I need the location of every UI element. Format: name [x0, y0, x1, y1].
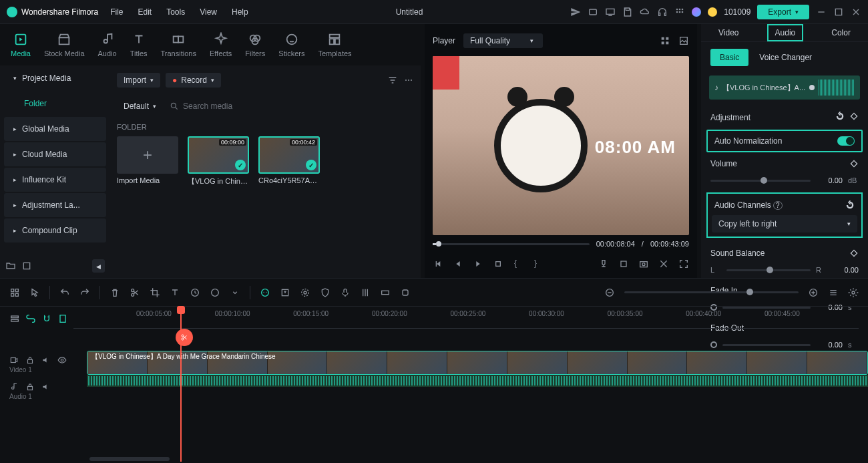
ai-icon[interactable] [260, 287, 270, 298]
volume-slider[interactable] [710, 180, 811, 182]
menu-tools[interactable]: Tools [166, 7, 185, 17]
subtab-basic[interactable]: Basic [710, 49, 748, 66]
sidebar-folder[interactable]: Folder [4, 92, 106, 116]
shield-icon[interactable] [320, 287, 331, 298]
cloud-icon[interactable] [640, 7, 650, 17]
time-ruler[interactable]: 00:00:05:00 00:00:10:00 00:00:15:00 00:0… [73, 309, 859, 329]
quality-dropdown[interactable]: Full Quality▾ [463, 33, 543, 48]
screen-icon[interactable] [605, 7, 616, 17]
filter-icon[interactable] [387, 75, 398, 86]
video-track-header[interactable]: Video 1 [0, 351, 87, 377]
speed-icon[interactable] [190, 287, 200, 298]
progress-bar[interactable] [433, 243, 590, 245]
reset-icon[interactable] [835, 112, 845, 121]
magnet-icon[interactable] [41, 313, 52, 324]
menu-edit[interactable]: Edit [138, 7, 152, 17]
audio-channels-select[interactable]: Copy left to right▾ [712, 215, 857, 233]
redo-icon[interactable] [79, 287, 90, 298]
track-lanes[interactable]: 【VLOG in Chinese】A Day with Me Grace Man… [87, 331, 868, 455]
settings-icon[interactable] [848, 287, 859, 298]
text-icon[interactable] [170, 287, 180, 298]
sidebar-global-media[interactable]: ▸Global Media [4, 117, 106, 141]
inspector-tab-audio[interactable]: Audio [767, 24, 804, 41]
tab-media[interactable]: Media [9, 29, 32, 60]
grid-icon[interactable] [660, 35, 670, 46]
audio-waveform-clip[interactable] [87, 375, 868, 387]
auto-ripple-icon[interactable] [57, 313, 68, 324]
image-icon[interactable] [678, 35, 689, 46]
track-add-icon[interactable] [9, 313, 20, 324]
inspector-tab-video[interactable]: Video [712, 25, 745, 40]
mixer-icon[interactable] [360, 287, 371, 298]
snapshot-icon[interactable] [638, 259, 649, 269]
media-clip-2[interactable]: 00:00:42✓ CRo4ciY5R57AP... [258, 136, 320, 186]
menu-file[interactable]: File [110, 7, 123, 17]
mute-icon[interactable] [41, 382, 51, 392]
subtab-voice-changer[interactable]: Voice Changer [759, 53, 812, 62]
list-view-icon[interactable] [828, 287, 839, 298]
timeline-scrollbar[interactable] [89, 457, 170, 461]
color-icon[interactable] [210, 287, 220, 298]
sidebar-influence-kit[interactable]: ▸Influence Kit [4, 168, 106, 192]
capture-icon[interactable] [588, 7, 598, 17]
apps-icon[interactable] [674, 7, 685, 17]
split-icon[interactable] [130, 287, 140, 298]
tab-transitions[interactable]: Transitions [160, 29, 198, 60]
import-media-tile[interactable]: + Import Media [117, 136, 178, 186]
tab-stickers[interactable]: Stickers [277, 29, 306, 60]
reset-icon[interactable] [845, 200, 855, 210]
audio-track-header[interactable]: Audio 1 [0, 377, 87, 404]
play-reverse-icon[interactable] [453, 259, 463, 269]
crop-icon[interactable] [150, 287, 160, 298]
export-button[interactable]: Export ▾ [757, 5, 809, 19]
stop-icon[interactable] [493, 259, 503, 269]
minimize-icon[interactable] [816, 7, 827, 17]
keyframe-icon[interactable] [849, 159, 859, 168]
tab-audio[interactable]: Audio [97, 29, 118, 60]
media-clip-1[interactable]: 00:09:00✓ 【VLOG in Chine... [188, 136, 249, 186]
credits-icon[interactable] [708, 7, 717, 17]
inspector-tab-color[interactable]: Color [825, 25, 857, 40]
tab-stock-media[interactable]: Stock Media [43, 29, 86, 60]
marker-tool-icon[interactable] [400, 287, 411, 298]
audio-clip-chip[interactable]: ♪ 【VLOG in Chinese】A... [709, 75, 860, 100]
delete-icon[interactable] [110, 287, 120, 298]
balance-slider[interactable] [726, 269, 811, 271]
search-input[interactable]: Search media [170, 102, 414, 111]
zoom-slider[interactable] [624, 291, 799, 293]
headphones-icon[interactable] [657, 7, 668, 17]
prev-frame-icon[interactable] [433, 259, 443, 269]
more-icon[interactable] [403, 75, 414, 86]
import-dropdown[interactable]: Import▾ [117, 73, 160, 88]
lock-icon[interactable] [25, 355, 35, 365]
zoom-in-icon[interactable] [808, 287, 819, 298]
undo-icon[interactable] [59, 287, 70, 298]
collapse-sidebar-button[interactable]: ◀ [92, 259, 105, 273]
menu-view[interactable]: View [200, 7, 217, 17]
record-dropdown[interactable]: ●Record▾ [166, 73, 221, 88]
enhance-icon[interactable] [280, 287, 290, 298]
marker-icon[interactable] [618, 259, 629, 269]
tab-filters[interactable]: Filters [244, 29, 266, 60]
pointer-icon[interactable] [29, 287, 40, 298]
generate-icon[interactable] [300, 287, 310, 298]
visibility-icon[interactable] [57, 355, 67, 365]
save-icon[interactable] [622, 7, 633, 17]
play-icon[interactable] [473, 259, 483, 269]
help-icon[interactable]: ? [773, 201, 783, 210]
sidebar-compound-clip[interactable]: ▸Compound Clip [4, 218, 106, 243]
keyframe-icon[interactable] [849, 112, 859, 121]
sidebar-adjustment-layer[interactable]: ▸Adjustment La... [4, 193, 106, 217]
lock-icon[interactable] [25, 382, 35, 392]
zoom-out-icon[interactable] [604, 287, 615, 298]
preview-canvas[interactable]: 08:00 AM [433, 56, 689, 235]
keyframe-tool-icon[interactable] [380, 287, 391, 298]
video-clip[interactable]: 【VLOG in Chinese】A Day with Me Grace Man… [87, 351, 868, 375]
tab-templates[interactable]: Templates [316, 29, 353, 60]
close-icon[interactable] [851, 7, 861, 17]
keyframe-icon[interactable] [849, 249, 859, 258]
mic-icon[interactable] [340, 287, 351, 298]
mute-icon[interactable] [41, 355, 51, 365]
sidebar-project-media[interactable]: ▾Project Media [4, 66, 106, 90]
menu-help[interactable]: Help [232, 7, 248, 17]
